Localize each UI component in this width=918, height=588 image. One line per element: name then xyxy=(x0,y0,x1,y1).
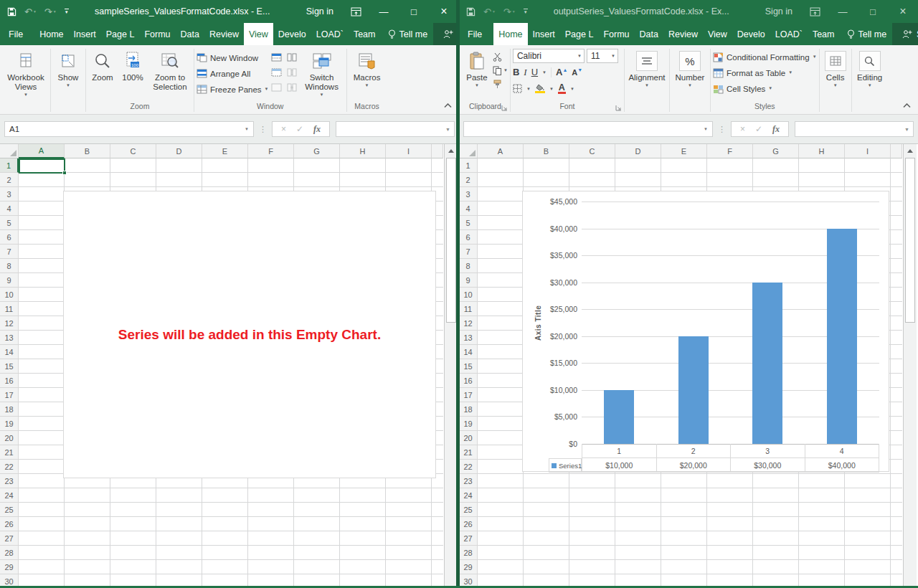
row-header-14[interactable]: 14 xyxy=(0,345,19,359)
tab-insert[interactable]: Insert xyxy=(528,23,560,45)
tell-me-button[interactable]: Tell me xyxy=(841,23,893,45)
row-header-10[interactable]: 10 xyxy=(459,288,478,302)
row-header-24[interactable]: 24 xyxy=(0,488,19,503)
save-button[interactable] xyxy=(466,7,475,16)
row-header-16[interactable]: 16 xyxy=(0,374,19,388)
formula-input[interactable]: ▼ xyxy=(795,121,914,137)
enter-button[interactable]: ✓ xyxy=(755,124,762,134)
underline-dropdown[interactable]: ▼ xyxy=(542,71,546,75)
row-header-29[interactable]: 29 xyxy=(459,560,478,574)
row-header-9[interactable]: 9 xyxy=(459,273,478,288)
row-header-17[interactable]: 17 xyxy=(0,388,19,402)
row-header-12[interactable]: 12 xyxy=(0,316,19,331)
tell-me-button[interactable]: Tell me xyxy=(382,23,434,45)
row-header-4[interactable]: 4 xyxy=(0,201,19,216)
empty-chart-object[interactable]: Series will be added in this Empty Chart… xyxy=(63,191,436,478)
undo-button[interactable]: ↶▼ xyxy=(483,7,496,16)
bold-button[interactable]: B xyxy=(513,67,519,77)
macros-button[interactable]: Macros ▼ xyxy=(349,47,385,101)
name-box-dropdown-icon[interactable]: ▼ xyxy=(704,127,708,131)
row-header-12[interactable]: 12 xyxy=(459,316,478,331)
row-header-3[interactable]: 3 xyxy=(0,187,19,201)
increase-font-button[interactable]: A▲ xyxy=(556,67,567,77)
row-header-20[interactable]: 20 xyxy=(459,431,478,445)
tab-review[interactable]: Review xyxy=(204,23,244,45)
save-button[interactable] xyxy=(7,7,16,16)
row-header-29[interactable]: 29 xyxy=(0,560,19,574)
insert-function-button[interactable]: fx xyxy=(772,124,780,135)
row-header-18[interactable]: 18 xyxy=(0,402,19,417)
tab-home[interactable]: Home xyxy=(493,23,527,45)
show-button[interactable]: Show ▼ xyxy=(53,47,83,101)
row-header-19[interactable]: 19 xyxy=(0,417,19,431)
borders-dropdown[interactable]: ▼ xyxy=(526,87,531,91)
row-header-22[interactable]: 22 xyxy=(0,460,19,474)
row-header-19[interactable]: 19 xyxy=(459,417,478,431)
tab-pagel[interactable]: Page L xyxy=(560,23,599,45)
column-header-h[interactable]: H xyxy=(340,144,386,158)
vertical-scrollbar-right[interactable] xyxy=(903,144,917,588)
reset-window-position-button[interactable] xyxy=(285,81,298,94)
editing-button[interactable]: Editing ▼ xyxy=(854,47,886,101)
row-header-27[interactable]: 27 xyxy=(0,531,19,546)
freeze-panes-button[interactable]: Freeze Panes ▼ xyxy=(197,82,269,96)
chart-bar-2[interactable] xyxy=(678,336,709,444)
row-header-11[interactable]: 11 xyxy=(0,302,19,316)
minimize-button[interactable]: — xyxy=(828,0,858,23)
insert-function-button[interactable]: fx xyxy=(313,124,321,135)
row-header-11[interactable]: 11 xyxy=(459,302,478,316)
cells-button[interactable]: Cells ▼ xyxy=(822,47,849,101)
close-button[interactable]: × xyxy=(888,0,918,23)
clipboard-dialog-launcher[interactable] xyxy=(501,105,508,111)
column-header-a[interactable]: A xyxy=(478,144,524,158)
row-header-21[interactable]: 21 xyxy=(459,445,478,460)
italic-button[interactable]: I xyxy=(524,67,526,78)
row-header-15[interactable]: 15 xyxy=(0,359,19,374)
column-header-partial[interactable] xyxy=(432,144,443,158)
maximize-button[interactable]: □ xyxy=(858,0,888,23)
fill-color-button[interactable] xyxy=(535,84,545,93)
maximize-button[interactable]: □ xyxy=(399,0,429,23)
tab-view[interactable]: View xyxy=(244,23,273,45)
split-button[interactable] xyxy=(270,51,283,64)
row-header-7[interactable]: 7 xyxy=(0,245,19,259)
select-all-corner[interactable] xyxy=(0,144,19,158)
enter-button[interactable]: ✓ xyxy=(296,124,303,134)
cancel-button[interactable]: × xyxy=(740,124,745,134)
row-header-4[interactable]: 4 xyxy=(459,201,478,216)
unhide-window-button[interactable] xyxy=(270,81,283,94)
formula-input[interactable]: ▼ xyxy=(336,121,455,137)
row-header-16[interactable]: 16 xyxy=(459,374,478,388)
column-header-i[interactable]: I xyxy=(845,144,891,158)
column-header-g[interactable]: G xyxy=(753,144,799,158)
font-size-combo[interactable]: 11 ▼ xyxy=(587,49,618,63)
redo-button[interactable]: ↷▼ xyxy=(503,7,516,16)
row-header-5[interactable]: 5 xyxy=(0,216,19,230)
cell-styles-button[interactable]: Cell Styles▼ xyxy=(713,81,772,96)
switch-windows-button[interactable]: Switch Windows ▼ xyxy=(300,47,344,101)
share-button[interactable]: Share xyxy=(433,23,459,45)
sign-in-link[interactable]: Sign in xyxy=(765,6,792,16)
name-box-dropdown-icon[interactable]: ▼ xyxy=(245,127,249,131)
selected-cell-a1[interactable] xyxy=(19,158,65,174)
column-header-c[interactable]: C xyxy=(569,144,615,158)
row-header-1[interactable]: 1 xyxy=(459,158,478,173)
row-header-6[interactable]: 6 xyxy=(459,230,478,245)
row-header-23[interactable]: 23 xyxy=(459,474,478,488)
view-side-by-side-button[interactable] xyxy=(285,51,298,64)
sign-in-link[interactable]: Sign in xyxy=(306,6,333,16)
column-header-f[interactable]: F xyxy=(248,144,294,158)
column-header-e[interactable]: E xyxy=(202,144,248,158)
row-header-1[interactable]: 1 xyxy=(0,158,19,173)
ribbon-display-options-button[interactable] xyxy=(351,7,361,16)
tab-insert[interactable]: Insert xyxy=(69,23,101,45)
column-header-f[interactable]: F xyxy=(707,144,753,158)
row-header-21[interactable]: 21 xyxy=(0,445,19,460)
row-header-23[interactable]: 23 xyxy=(0,474,19,488)
tab-home[interactable]: Home xyxy=(34,23,68,45)
fill-color-dropdown[interactable]: ▼ xyxy=(549,87,554,91)
row-header-25[interactable]: 25 xyxy=(0,503,19,517)
row-header-26[interactable]: 26 xyxy=(459,517,478,531)
name-box[interactable]: A1 ▼ xyxy=(4,121,254,137)
tab-load[interactable]: LOAD` xyxy=(311,23,349,45)
